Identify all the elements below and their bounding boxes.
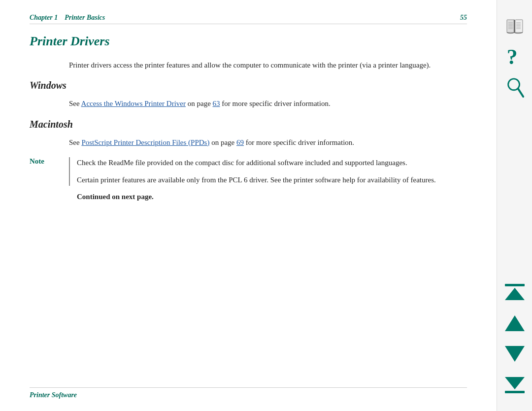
macintosh-link[interactable]: PostScript Printer Description Files (PP… (81, 138, 209, 146)
page-header: Chapter 1 Printer Basics 55 (30, 14, 467, 24)
book-icon[interactable] (502, 14, 528, 39)
page-title: Printer Drivers (30, 34, 467, 49)
macintosh-body: See PostScript Printer Description Files… (69, 137, 467, 148)
svg-marker-20 (505, 377, 525, 389)
svg-rect-21 (505, 391, 525, 393)
section-heading-macintosh: Macintosh (30, 119, 467, 130)
macintosh-text-after: for more specific driver information. (244, 138, 354, 146)
chapter-label: Chapter 1 (30, 14, 58, 21)
intro-text: Printer drivers access the printer featu… (69, 60, 467, 71)
continued-text: Continued on next page. (77, 193, 467, 201)
note-content: Check the ReadMe file provided on the co… (69, 157, 467, 186)
footer-label: Printer Software (30, 391, 77, 399)
macintosh-page-link[interactable]: 69 (236, 138, 244, 146)
page-number: 55 (460, 14, 467, 22)
windows-text-before: See (69, 100, 81, 107)
note-block: Note Check the ReadMe file provided on t… (30, 157, 467, 186)
page-container: Chapter 1 Printer Basics 55 Printer Driv… (0, 0, 532, 411)
next-page-icon[interactable] (502, 341, 528, 367)
first-page-icon[interactable] (502, 280, 528, 306)
sidebar: ? (497, 0, 532, 411)
svg-rect-1 (515, 20, 523, 33)
note-para-2: Certain printer features are available o… (77, 174, 467, 186)
search-icon[interactable] (502, 75, 528, 101)
question-icon[interactable]: ? (502, 44, 528, 70)
page-footer: Printer Software (30, 387, 467, 399)
last-page-icon[interactable] (502, 372, 528, 397)
windows-text-after: for more specific driver information. (220, 100, 331, 107)
header-chapter: Chapter 1 Printer Basics (30, 14, 105, 22)
windows-link[interactable]: Access the Windows Printer Driver (81, 100, 186, 107)
windows-page-link[interactable]: 63 (213, 100, 220, 107)
svg-marker-17 (505, 288, 525, 300)
note-para-1: Check the ReadMe file provided on the co… (77, 157, 467, 169)
macintosh-text-middle: on page (209, 138, 236, 146)
svg-marker-19 (505, 346, 525, 362)
svg-marker-18 (505, 315, 525, 331)
main-content: Chapter 1 Printer Basics 55 Printer Driv… (0, 0, 497, 411)
prev-page-icon[interactable] (502, 310, 528, 336)
windows-body: See Access the Windows Printer Driver on… (69, 98, 467, 109)
note-label: Note (30, 157, 69, 186)
windows-text-middle: on page (186, 100, 213, 107)
macintosh-text-before: See (69, 138, 81, 146)
section-heading-windows: Windows (30, 80, 467, 91)
chapter-title: Printer Basics (65, 14, 105, 21)
svg-text:?: ? (506, 45, 517, 68)
svg-rect-16 (505, 284, 525, 286)
svg-rect-0 (507, 20, 514, 33)
svg-line-15 (518, 89, 523, 97)
